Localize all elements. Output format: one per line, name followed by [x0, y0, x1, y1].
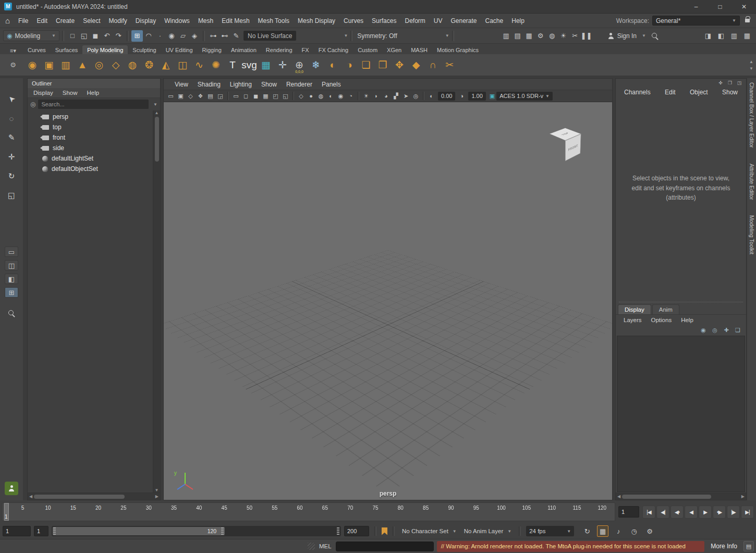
layer-menu-layers[interactable]: Layers [619, 316, 647, 324]
field-chart-icon[interactable]: ▦ [261, 91, 271, 101]
shadows-icon[interactable]: ◗ [371, 91, 381, 101]
outliner-item[interactable]: side [28, 143, 153, 153]
select-tool[interactable]: ➤ [4, 92, 19, 106]
menu-mesh-tools[interactable]: Mesh Tools [254, 15, 294, 27]
safe-title-icon[interactable]: ◱ [281, 91, 290, 101]
new-scene-icon[interactable]: □ [67, 30, 78, 42]
animation-end-field[interactable] [344, 526, 369, 536]
poly-helix-icon[interactable]: ∿ [191, 57, 208, 73]
pin-channel-box-icon[interactable]: ✜ [717, 80, 724, 86]
poly-cone-icon[interactable]: ▲ [74, 57, 91, 73]
wireframe-icon[interactable]: ◇ [296, 91, 306, 101]
snap-to-points-icon[interactable]: ∙ [154, 30, 166, 42]
lasso-select-tool[interactable]: ◌ [4, 111, 19, 126]
lock-camera-icon[interactable]: ▣ [176, 91, 186, 101]
outliner-item[interactable]: defaultObjectSet [28, 164, 153, 174]
outliner-menu-display[interactable]: Display [29, 88, 58, 97]
xray-icon[interactable]: ◔ [346, 91, 356, 101]
channel-box-toggle-icon[interactable]: ▥ [728, 30, 740, 42]
move-to-origin-icon[interactable]: ⊕ 0,0,0 [291, 57, 308, 73]
use-default-material-icon[interactable]: ◐ [326, 91, 336, 101]
home-icon[interactable]: ⌂ [4, 16, 14, 25]
shelf-tab-uv-editing[interactable]: UV Editing [161, 45, 198, 54]
textured-icon[interactable]: ◍ [316, 91, 326, 101]
shelf-tab-curves[interactable]: Curves [23, 45, 51, 54]
isolate-select-icon[interactable]: ◎ [411, 91, 421, 101]
menu-mesh-display[interactable]: Mesh Display [294, 15, 339, 27]
playback-range-bar[interactable]: 120 [53, 527, 225, 535]
menu-modify[interactable]: Modify [104, 15, 131, 27]
time-slider[interactable]: 5101520253035404550556065707580859095100… [2, 502, 615, 521]
step-back-key-button[interactable]: ◀• [670, 506, 684, 519]
open-render-view-icon[interactable]: ▥ [501, 30, 512, 42]
shelf-tab-surfaces[interactable]: Surfaces [51, 45, 82, 54]
outliner-item[interactable]: top [28, 122, 153, 132]
menu-edit-mesh[interactable]: Edit Mesh [217, 15, 253, 27]
menu-set-selector[interactable]: ◉ Modeling ▼ [3, 30, 59, 41]
audio-icon[interactable]: ♪ [613, 525, 624, 537]
output-connections-icon[interactable]: ⊷ [219, 30, 230, 42]
animation-start-field[interactable] [3, 526, 31, 536]
shelf-tab-poly-modeling[interactable]: Poly Modeling [82, 45, 128, 54]
workspace-toggle-icon[interactable]: ▦ [741, 30, 753, 42]
shaded-icon[interactable]: ● [306, 91, 316, 101]
select-camera-icon[interactable]: ▭ [166, 91, 176, 101]
zoom-tool-icon[interactable] [8, 310, 15, 317]
camera-attributes-icon[interactable]: ◇ [186, 91, 196, 101]
more-info-button[interactable]: More Info [708, 543, 740, 550]
range-handle-end[interactable] [337, 527, 339, 535]
poly-type-icon[interactable]: T [224, 57, 241, 73]
gamma-field[interactable]: 1.00 [468, 92, 485, 101]
multi-cut-icon[interactable]: ✂ [441, 57, 458, 73]
paint-select-tool[interactable]: ✎ [4, 130, 19, 145]
current-frame-field[interactable] [618, 506, 639, 518]
menu-cache[interactable]: Cache [481, 15, 508, 27]
new-empty-layer-icon[interactable]: ✚ [722, 326, 730, 334]
open-scene-icon[interactable]: ◱ [78, 30, 90, 42]
outliner-search-input[interactable] [38, 100, 149, 109]
color-management-icon[interactable]: ▣ [490, 93, 495, 100]
shelf-tab-fx[interactable]: FX [297, 45, 314, 54]
resize-grip[interactable] [308, 543, 315, 550]
menu-surfaces[interactable]: Surfaces [368, 15, 400, 27]
viewport-menu-show[interactable]: Show [257, 79, 282, 90]
channel-box-hscrollbar[interactable]: ◀▶ [616, 493, 746, 500]
boolean-union-icon[interactable]: ◐ [324, 57, 341, 73]
separate-icon[interactable]: ❐ [374, 57, 391, 73]
fps-selector[interactable]: 24 fps ▼ [526, 526, 574, 536]
move-tool[interactable]: ✛ [4, 150, 19, 164]
symmetry-selector[interactable]: Symmetry: Off [355, 32, 399, 40]
shelf-tab-rigging[interactable]: Rigging [198, 45, 226, 54]
scroll-thumb[interactable] [34, 495, 125, 499]
menu-create[interactable]: Create [52, 15, 79, 27]
sidebar-tab-attribute-editor[interactable]: Attribute Editor [749, 164, 755, 200]
ambient-occlusion-icon[interactable]: ◕ [381, 91, 391, 101]
menu-edit[interactable]: Edit [32, 15, 52, 27]
svg-tool-icon[interactable]: svg [241, 57, 258, 73]
two-pane-layout-button[interactable]: ◫ [5, 260, 18, 271]
outliner-menu-help[interactable]: Help [82, 88, 104, 97]
view-transform-selector[interactable]: ACES 1.0 SDR-v ▼ [496, 92, 553, 101]
bookmark-icon[interactable] [382, 527, 387, 535]
viewport-menu-shading[interactable]: Shading [193, 79, 225, 90]
viewport-menu-panels[interactable]: Panels [317, 79, 346, 90]
shelf-tab-mash[interactable]: MASH [406, 45, 432, 54]
hypershade-icon[interactable]: ◍ [546, 30, 558, 42]
shelf-tab-rendering[interactable]: Rendering [261, 45, 297, 54]
live-surface-field[interactable]: No Live Surface [243, 31, 296, 41]
four-pane-layout-button[interactable]: ⊞ [5, 287, 18, 298]
scroll-thumb[interactable] [155, 117, 159, 162]
playback-start-field[interactable] [34, 526, 48, 536]
boolean-difference-icon[interactable]: ◑ [341, 57, 358, 73]
channel-box-menu-object[interactable]: Object [690, 89, 708, 96]
poly-plane-icon[interactable]: ◇ [107, 57, 124, 73]
layer-menu-options[interactable]: Options [647, 316, 677, 324]
gate-mask-icon[interactable]: ◼ [251, 91, 261, 101]
shelf-scroll-arrows[interactable]: ▲▼ [748, 59, 756, 71]
new-layer-from-selected-icon[interactable]: ❏ [734, 326, 742, 334]
pane-outliner-layout-button[interactable]: ◧ [5, 274, 18, 284]
menu-curves[interactable]: Curves [339, 15, 368, 27]
animation-preferences-icon[interactable]: ⚙ [644, 525, 655, 537]
chevron-down-icon[interactable]: ▼ [342, 33, 348, 38]
image-plane-icon[interactable]: ▤ [205, 91, 215, 101]
